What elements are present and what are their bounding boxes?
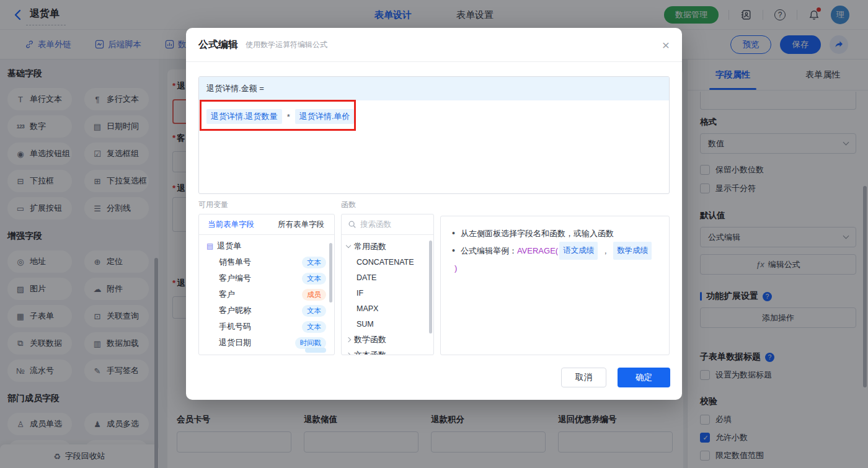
group-text-functions[interactable]: 文本函数 (342, 347, 433, 355)
app-root: 退货单 表单设计 表单设置 数据管理 ? 理 表单外链 (0, 0, 868, 468)
example-function-name: AVERAGE( (517, 242, 558, 259)
group-common-functions[interactable]: 常用函数 (342, 239, 433, 254)
type-badge: 文本 (302, 257, 326, 268)
example-comma: ， (601, 242, 609, 259)
formula-expression[interactable]: 退货详情.退货数量 * 退货详情.单价 (199, 100, 669, 133)
type-badge: 成员 (302, 289, 326, 301)
variables-box: 当前表单字段 所有表单字段 ▤ 退货单 销售单号文本 客户编号文本 客户成员 客… (198, 214, 335, 355)
example-arg-math-score: 数学成绩 (613, 242, 652, 260)
functions-box: 常用函数 CONCATENATE DATE IF MAPX SUM 数学函数 文… (341, 214, 434, 355)
modal-title: 公式编辑 (198, 38, 238, 51)
clipped-badge (305, 348, 326, 353)
cancel-button[interactable]: 取消 (561, 368, 606, 387)
help-line-1: 从左侧面板选择字段名和函数，或输入函数 (461, 225, 614, 242)
formula-editor-box[interactable]: 退货详情.金额 = 退货详情.退货数量 * 退货详情.单价 (198, 76, 670, 194)
group-math-functions[interactable]: 数学函数 (342, 332, 433, 347)
fn-if[interactable]: IF (342, 285, 433, 301)
variables-tree: ▤ 退货单 销售单号文本 客户编号文本 客户成员 客户昵称文本 手机号码文本 退… (199, 235, 334, 351)
type-badge: 文本 (302, 305, 326, 317)
tree-field-phone-number[interactable]: 手机号码文本 (199, 319, 334, 335)
type-badge: 文本 (302, 321, 326, 333)
tab-current-form-fields[interactable]: 当前表单字段 (199, 219, 254, 230)
tree-field-customer-no[interactable]: 客户编号文本 (199, 270, 334, 286)
type-badge: 时间戳 (295, 337, 327, 349)
function-list: 常用函数 CONCATENATE DATE IF MAPX SUM 数学函数 文… (342, 235, 433, 355)
formula-help-box: • 从左侧面板选择字段名和函数，或输入函数 • 公式编辑举例： AVERAGE(… (440, 216, 670, 355)
formula-chip-return-qty[interactable]: 退货详情.退货数量 (206, 109, 282, 124)
fn-sum[interactable]: SUM (342, 316, 433, 332)
multiply-operator: * (287, 112, 290, 121)
help-example-prefix: 公式编辑举例： (461, 242, 517, 259)
confirm-button[interactable]: 确定 (618, 368, 670, 387)
chevron-right-icon (346, 352, 351, 355)
close-icon[interactable]: × (662, 38, 670, 51)
functions-scrollbar[interactable] (429, 241, 432, 333)
functions-label: 函数 (341, 200, 356, 210)
document-icon: ▤ (206, 242, 213, 250)
function-search-input[interactable] (360, 220, 416, 229)
chevron-right-icon (346, 337, 351, 342)
formula-target: 退货详情.金额 = (199, 77, 669, 100)
function-search[interactable] (342, 214, 433, 235)
tree-field-sales-order-no[interactable]: 销售单号文本 (199, 254, 334, 270)
variables-label: 可用变量 (198, 200, 228, 210)
example-arg-chinese-score: 语文成绩 (559, 242, 598, 260)
type-badge: 文本 (302, 273, 326, 285)
tree-root-return-order[interactable]: ▤ 退货单 (199, 238, 334, 254)
search-icon (348, 220, 356, 229)
modal-subtitle: 使用数学运算符编辑公式 (246, 40, 327, 50)
tab-all-form-fields[interactable]: 所有表单字段 (278, 219, 334, 230)
example-close-paren: ) (454, 260, 457, 276)
formula-chip-unit-price[interactable]: 退货详情.单价 (295, 109, 355, 124)
fn-date[interactable]: DATE (342, 270, 433, 285)
bullet-icon: • (452, 225, 455, 242)
bullet-icon: • (452, 242, 455, 259)
tree-field-customer[interactable]: 客户成员 (199, 286, 334, 302)
fn-concatenate[interactable]: CONCATENATE (342, 254, 433, 270)
chevron-down-icon (346, 243, 351, 248)
fn-mapx[interactable]: MAPX (342, 301, 433, 316)
tree-field-customer-nickname[interactable]: 客户昵称文本 (199, 302, 334, 319)
variables-scrollbar[interactable] (329, 243, 332, 302)
formula-editor-modal: 公式编辑 使用数学运算符编辑公式 × 退货详情.金额 = 退货详情.退货数量 *… (186, 28, 682, 400)
